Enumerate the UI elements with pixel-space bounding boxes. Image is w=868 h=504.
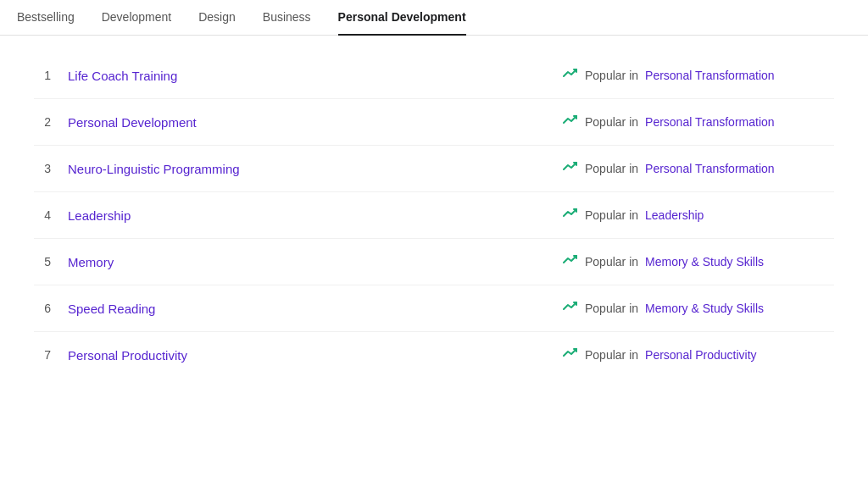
course-title[interactable]: Neuro-Linguistic Programming xyxy=(68,162,240,176)
popular-label: Popular in xyxy=(585,348,638,362)
trending-icon xyxy=(563,161,578,176)
tab-design[interactable]: Design xyxy=(198,0,236,36)
trending-icon xyxy=(563,347,578,363)
course-popularity: Popular in Personal Transformation xyxy=(563,161,834,176)
tab-bestselling[interactable]: Bestselling xyxy=(17,0,75,36)
popular-label: Popular in xyxy=(585,255,638,269)
course-title[interactable]: Life Coach Training xyxy=(68,69,177,83)
course-rank: 1 xyxy=(34,69,51,82)
course-rank: 3 xyxy=(34,162,51,175)
tab-business[interactable]: Business xyxy=(263,0,311,36)
course-popularity: Popular in Personal Transformation xyxy=(563,68,834,83)
course-title[interactable]: Personal Development xyxy=(68,115,197,130)
course-item: 4 Leadership Popular in Leadership xyxy=(34,192,834,239)
trending-icon xyxy=(563,68,578,83)
popular-category[interactable]: Personal Transformation xyxy=(645,162,775,175)
course-left: 7 Personal Productivity xyxy=(34,348,187,363)
course-left: 4 Leadership xyxy=(34,208,131,223)
popular-category[interactable]: Personal Productivity xyxy=(645,348,757,362)
category-tabs: BestsellingDevelopmentDesignBusinessPers… xyxy=(0,0,868,36)
trending-icon xyxy=(563,254,578,269)
course-title[interactable]: Leadership xyxy=(68,208,131,223)
popular-label: Popular in xyxy=(585,162,638,175)
course-item: 3 Neuro-Linguistic Programming Popular i… xyxy=(34,146,834,192)
popular-category[interactable]: Leadership xyxy=(645,208,704,222)
course-rank: 7 xyxy=(34,348,51,362)
course-popularity: Popular in Personal Transformation xyxy=(563,114,834,130)
course-title[interactable]: Personal Productivity xyxy=(68,348,187,363)
course-popularity: Popular in Memory & Study Skills xyxy=(563,301,834,316)
course-popularity: Popular in Memory & Study Skills xyxy=(563,254,834,269)
course-item: 5 Memory Popular in Memory & Study Skill… xyxy=(34,239,834,285)
trending-icon xyxy=(563,301,578,316)
tab-personal-development[interactable]: Personal Development xyxy=(338,0,466,36)
popular-category[interactable]: Memory & Study Skills xyxy=(645,255,764,269)
popular-label: Popular in xyxy=(585,208,638,222)
course-item: 1 Life Coach Training Popular in Persona… xyxy=(34,53,834,99)
popular-label: Popular in xyxy=(585,302,638,315)
trending-icon xyxy=(563,208,578,223)
course-rank: 4 xyxy=(34,208,51,222)
course-title[interactable]: Memory xyxy=(68,255,114,269)
tab-development[interactable]: Development xyxy=(102,0,172,36)
course-left: 3 Neuro-Linguistic Programming xyxy=(34,162,240,176)
course-rank: 6 xyxy=(34,302,51,315)
popular-category[interactable]: Personal Transformation xyxy=(645,69,775,82)
popular-category[interactable]: Personal Transformation xyxy=(645,115,775,129)
course-title[interactable]: Speed Reading xyxy=(68,302,155,316)
course-popularity: Popular in Leadership xyxy=(563,208,834,223)
course-left: 6 Speed Reading xyxy=(34,302,155,316)
popular-label: Popular in xyxy=(585,115,638,129)
course-left: 2 Personal Development xyxy=(34,115,197,130)
course-list: 1 Life Coach Training Popular in Persona… xyxy=(34,53,834,378)
popular-label: Popular in xyxy=(585,69,638,82)
popular-category[interactable]: Memory & Study Skills xyxy=(645,302,764,315)
main-content: 1 Life Coach Training Popular in Persona… xyxy=(0,36,868,395)
course-left: 5 Memory xyxy=(34,255,114,269)
course-rank: 5 xyxy=(34,255,51,269)
course-popularity: Popular in Personal Productivity xyxy=(563,347,834,363)
course-item: 2 Personal Development Popular in Person… xyxy=(34,99,834,146)
course-left: 1 Life Coach Training xyxy=(34,69,177,83)
course-item: 6 Speed Reading Popular in Memory & Stud… xyxy=(34,285,834,332)
trending-icon xyxy=(563,114,578,130)
course-item: 7 Personal Productivity Popular in Perso… xyxy=(34,332,834,378)
course-rank: 2 xyxy=(34,115,51,129)
